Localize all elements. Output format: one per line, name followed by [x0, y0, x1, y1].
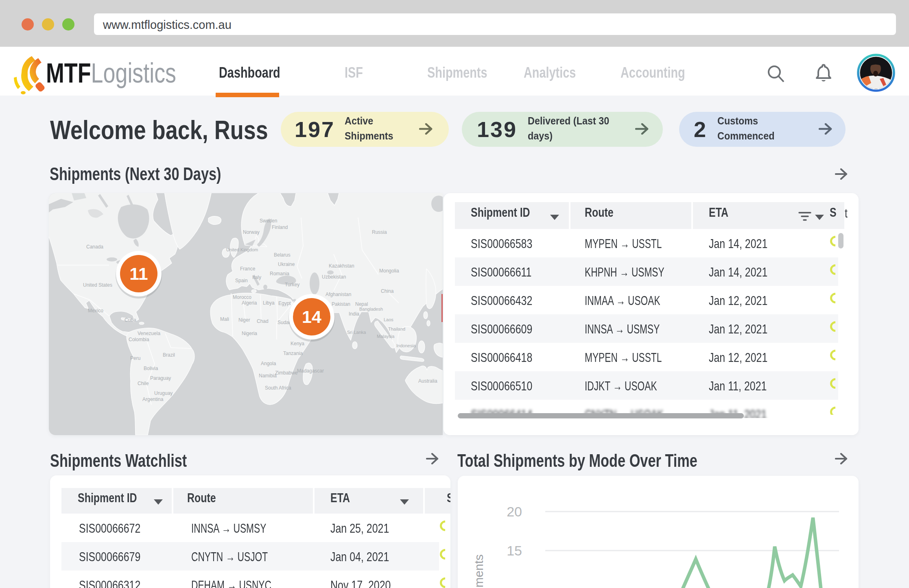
- svg-text:Libya: Libya: [263, 300, 275, 306]
- svg-text:Angola: Angola: [261, 361, 276, 366]
- svg-text:United States: United States: [83, 282, 112, 288]
- svg-text:United Kingdom: United Kingdom: [226, 247, 258, 252]
- svg-text:Uruguay: Uruguay: [154, 390, 173, 396]
- svg-text:Bolivia: Bolivia: [144, 366, 158, 371]
- svg-text:Chile: Chile: [138, 381, 149, 386]
- svg-text:Bangladesh: Bangladesh: [359, 307, 383, 311]
- svg-text:Colombia: Colombia: [129, 337, 149, 342]
- svg-text:Paraguay: Paraguay: [150, 375, 171, 381]
- svg-text:Madagascar: Madagascar: [297, 368, 324, 374]
- svg-text:Italy: Italy: [252, 274, 261, 280]
- svg-text:Nigeria: Nigeria: [242, 331, 257, 336]
- svg-text:Spain: Spain: [235, 278, 248, 283]
- svg-text:Kazakhstan: Kazakhstan: [329, 263, 354, 269]
- svg-text:Finland: Finland: [272, 224, 288, 230]
- svg-text:Algeria: Algeria: [242, 300, 257, 306]
- svg-text:Zimbabwe: Zimbabwe: [275, 370, 298, 376]
- svg-text:Belarus: Belarus: [274, 252, 291, 258]
- svg-text:South Africa: South Africa: [265, 385, 291, 391]
- svg-text:Egypt: Egypt: [278, 301, 291, 306]
- svg-text:Shipments: Shipments: [472, 554, 485, 588]
- svg-text:Russia: Russia: [372, 229, 387, 235]
- svg-text:Laos: Laos: [384, 317, 393, 322]
- svg-text:Mali: Mali: [220, 316, 229, 322]
- svg-text:Sweden: Sweden: [260, 218, 277, 224]
- svg-text:Thailand: Thailand: [388, 327, 405, 331]
- svg-text:Australia: Australia: [418, 378, 437, 384]
- svg-text:Argentina: Argentina: [142, 396, 164, 402]
- svg-text:Cuba: Cuba: [125, 317, 136, 323]
- svg-text:Mexico: Mexico: [88, 308, 103, 314]
- svg-text:India: India: [349, 311, 359, 317]
- svg-text:15: 15: [507, 543, 522, 558]
- svg-text:Romania: Romania: [270, 271, 289, 277]
- svg-text:Canada: Canada: [86, 244, 103, 250]
- svg-text:Sri Lanka: Sri Lanka: [347, 330, 366, 335]
- svg-text:20: 20: [507, 504, 522, 519]
- svg-text:Venezuela: Venezuela: [138, 331, 160, 336]
- svg-text:11: 11: [129, 264, 148, 283]
- svg-text:Uzbekistan: Uzbekistan: [322, 274, 346, 280]
- svg-text:Chad: Chad: [257, 318, 269, 324]
- svg-text:Pakistan: Pakistan: [332, 301, 350, 307]
- svg-text:Norway: Norway: [243, 229, 260, 235]
- svg-text:Morocco: Morocco: [233, 294, 251, 300]
- svg-text:Brazil: Brazil: [163, 352, 175, 358]
- svg-text:14: 14: [302, 307, 321, 327]
- svg-text:France: France: [240, 266, 256, 272]
- svg-text:Tanzania: Tanzania: [283, 351, 303, 356]
- svg-text:Turkey: Turkey: [285, 282, 299, 287]
- svg-text:Peru: Peru: [130, 355, 140, 361]
- svg-text:Afghanistan: Afghanistan: [326, 292, 351, 297]
- svg-text:Ukraine: Ukraine: [278, 261, 295, 267]
- svg-text:Niger: Niger: [238, 317, 250, 323]
- svg-text:Mongolia: Mongolia: [379, 268, 399, 274]
- svg-text:Nepal: Nepal: [355, 301, 368, 307]
- svg-text:Indonesia: Indonesia: [396, 343, 416, 348]
- svg-text:China: China: [381, 288, 394, 294]
- svg-text:Kenya: Kenya: [291, 341, 304, 346]
- svg-text:Namibia: Namibia: [259, 373, 277, 379]
- svg-text:Malaysia: Malaysia: [377, 334, 395, 339]
